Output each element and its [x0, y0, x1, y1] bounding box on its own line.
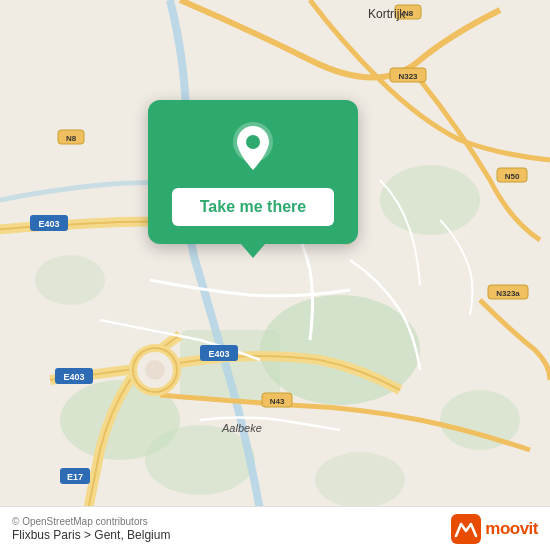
svg-text:E17: E17	[67, 472, 83, 482]
svg-point-11	[145, 360, 165, 380]
attribution-text: © OpenStreetMap contributors	[12, 516, 170, 527]
svg-text:E403: E403	[63, 372, 84, 382]
moovit-logo: moovit	[451, 514, 538, 544]
svg-point-8	[315, 452, 405, 508]
svg-point-36	[246, 135, 260, 149]
map-background: E403 E403 E403 E17 N8 N8 N323 N50 N323a …	[0, 0, 550, 550]
route-label: Flixbus Paris > Gent, Belgium	[12, 528, 170, 542]
svg-point-6	[35, 255, 105, 305]
svg-text:E403: E403	[208, 349, 229, 359]
svg-text:Aalbeke: Aalbeke	[221, 422, 262, 434]
bottom-bar: © OpenStreetMap contributors Flixbus Par…	[0, 506, 550, 550]
svg-text:N50: N50	[505, 172, 520, 181]
svg-text:E403: E403	[38, 219, 59, 229]
svg-point-7	[145, 425, 255, 495]
popup-card: Take me there	[148, 100, 358, 244]
map-container: E403 E403 E403 E17 N8 N8 N323 N50 N323a …	[0, 0, 550, 550]
svg-text:Kortrijk: Kortrijk	[368, 7, 406, 21]
moovit-logo-icon	[451, 514, 481, 544]
take-me-there-button[interactable]: Take me there	[172, 188, 334, 226]
svg-text:N323a: N323a	[496, 289, 520, 298]
location-pin-icon	[227, 122, 279, 174]
svg-text:N43: N43	[270, 397, 285, 406]
svg-text:N8: N8	[66, 134, 77, 143]
moovit-text: moovit	[485, 519, 538, 539]
svg-text:N323: N323	[398, 72, 418, 81]
